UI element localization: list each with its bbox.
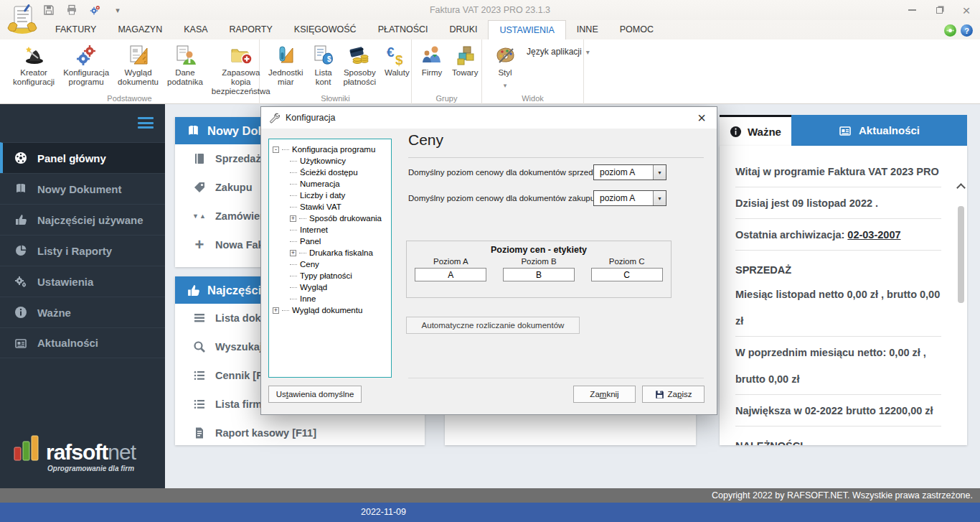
- close-dialog-button[interactable]: Zamknij: [573, 386, 636, 403]
- tree-item-internet[interactable]: Internet: [270, 224, 390, 236]
- tab-druki[interactable]: DRUKI: [439, 20, 489, 39]
- save-icon: [655, 390, 664, 399]
- tab-aktualnosci[interactable]: Aktualności: [791, 115, 967, 146]
- ribbon-lista-kont[interactable]: $ Lista kont: [308, 42, 339, 88]
- tab-magazyn[interactable]: MAGAZYN: [107, 20, 173, 39]
- tab-kasa[interactable]: KASA: [173, 20, 218, 39]
- ribbon-towary[interactable]: Towary: [448, 42, 482, 79]
- tab-faktury[interactable]: FAKTURY: [44, 20, 107, 39]
- tree-item-wyglad-dokumentu[interactable]: +Wygląd dokumentu: [270, 304, 390, 316]
- sidebar-item-wazne[interactable]: Ważne: [0, 297, 165, 327]
- tree-item-liczby-i-daty[interactable]: Liczby i daty: [270, 190, 390, 201]
- ribbon-firmy[interactable]: Firmy: [416, 42, 448, 79]
- hamburger-menu-icon[interactable]: [138, 117, 154, 131]
- online-status-icon[interactable]: [944, 24, 956, 37]
- window-title: Faktura VAT 2023 PRO 23.1.3: [0, 0, 980, 20]
- list-icon: [193, 369, 206, 382]
- help-icon[interactable]: ?: [961, 24, 973, 37]
- dialog-close-icon[interactable]: [694, 110, 710, 126]
- price-levels-groupbox: Poziomy cen - etykiety Poziom A Poziom B…: [406, 241, 672, 298]
- status-bar: 2022-11-09: [0, 503, 980, 522]
- sidebar-item-aktualnosci[interactable]: Aktualności: [0, 327, 165, 358]
- book-icon: [14, 182, 27, 195]
- tree-item-inne[interactable]: Inne: [270, 293, 390, 304]
- sort-arrows-icon: [192, 213, 207, 220]
- poziom-c-input[interactable]: [591, 268, 663, 281]
- restore-button[interactable]: [933, 4, 946, 17]
- save-button[interactable]: Zapisz: [642, 386, 705, 403]
- default-settings-button[interactable]: Ustawienia domyślne: [268, 386, 362, 403]
- chevron-down-icon[interactable]: [653, 165, 666, 180]
- sidebar: Panel główny Nowy Dokument Najczęściej u…: [0, 104, 165, 488]
- tree-item-sciezki-dostepu[interactable]: Ścieżki dostępu: [270, 167, 390, 178]
- language-dropdown[interactable]: Język aplikacji: [527, 47, 590, 57]
- tab-platnosci[interactable]: PŁATNOŚCI: [367, 20, 439, 39]
- archive-text: Ostatnia archiwizacja: 02-03-2007: [735, 219, 941, 251]
- purchase-price-level-select[interactable]: poziom A: [593, 190, 666, 206]
- card-item-raport-kasowy[interactable]: Raport kasowy [F11]: [175, 419, 425, 447]
- list-icon: [193, 398, 206, 411]
- ribbon-group-label: Słowniki: [260, 94, 411, 103]
- tree-item-drukarka-fiskalna[interactable]: +Drukarka fiskalna: [270, 247, 390, 258]
- tree-item-uzytkownicy[interactable]: Użytkownicy: [270, 155, 390, 167]
- tree-item-typy-platnosci[interactable]: Typy płatności: [270, 270, 390, 281]
- sidebar-item-najczesciej-uzywane[interactable]: Najczęściej używane: [0, 204, 165, 235]
- tree-item-ceny[interactable]: Ceny: [270, 258, 390, 270]
- plus-icon: [192, 240, 207, 250]
- tab-wazne[interactable]: Ważne: [720, 115, 791, 146]
- ribbon-group-label: Grupy: [412, 94, 481, 103]
- sales-price-level-select[interactable]: poziom A: [593, 164, 666, 180]
- app-logo-icon: [6, 2, 39, 34]
- sidebar-item-ustawienia[interactable]: Ustawienia: [0, 266, 165, 297]
- poziom-a-label: Poziom A: [433, 257, 468, 266]
- tree-item-wyglad[interactable]: Wygląd: [270, 281, 390, 293]
- poziom-a-input[interactable]: [415, 268, 486, 281]
- sales-heading: SPRZEDAŻ: [735, 251, 941, 279]
- save-icon[interactable]: [42, 3, 56, 17]
- chevron-down-icon[interactable]: [653, 191, 666, 205]
- poziom-b-label: Poziom B: [521, 257, 556, 266]
- auto-settlement-button[interactable]: Automatyczne rozliczanie dokumentów: [406, 317, 580, 334]
- today-text: Dzisiaj jest 09 listopad 2022 .: [735, 187, 941, 219]
- scrollbar[interactable]: [956, 179, 966, 443]
- minimize-button[interactable]: [905, 4, 918, 17]
- rafsoft-logo: rafsoftnet Oprogramowanie dla firm: [0, 433, 165, 472]
- quick-access-toolbar: [42, 3, 125, 17]
- ribbon-sposoby-platnosci[interactable]: Sposoby płatności: [339, 42, 380, 88]
- ribbon-group-label: Widok: [482, 94, 583, 103]
- settings-icon[interactable]: [88, 3, 102, 17]
- book-icon: [193, 152, 206, 165]
- toolbar-options-icon[interactable]: [110, 3, 125, 17]
- tab-ksiegowosc[interactable]: KSIĘGOWOŚĆ: [283, 20, 367, 39]
- dashboard-icon: [14, 152, 27, 164]
- ribbon-jednostki-miar[interactable]: Jednostki miar: [264, 42, 308, 88]
- tab-inne[interactable]: INNE: [566, 20, 609, 39]
- sidebar-item-nowy-dokument[interactable]: Nowy Dokument: [0, 173, 165, 204]
- tree-item-panel[interactable]: Panel: [270, 236, 390, 247]
- ribbon-wyglad-dokumentu[interactable]: Wygląd dokumentu: [113, 42, 163, 88]
- tab-ustawienia[interactable]: USTAWIENIA: [488, 20, 565, 39]
- scroll-up-icon[interactable]: [956, 183, 966, 192]
- archive-date-link[interactable]: 02-03-2007: [847, 229, 900, 241]
- ribbon-styl[interactable]: Styl: [489, 42, 521, 92]
- sidebar-item-panel-glowny[interactable]: Panel główny: [0, 142, 165, 173]
- styl-dropdown-icon[interactable]: [504, 78, 507, 90]
- close-button[interactable]: [960, 4, 973, 17]
- svg-text:€: €: [387, 45, 395, 60]
- print-icon[interactable]: [65, 3, 79, 17]
- ribbon-dane-podatnika[interactable]: Dane podatnika: [163, 42, 207, 88]
- ribbon-waluty[interactable]: €$ Waluty: [380, 42, 414, 79]
- tree-item-konfiguracja-programu[interactable]: -Konfiguracja programu: [270, 144, 390, 155]
- tree-item-numeracja[interactable]: Numeracja: [270, 178, 390, 190]
- sidebar-item-listy-i-raporty[interactable]: Listy i Raporty: [0, 235, 165, 266]
- tab-raporty[interactable]: RAPORTY: [219, 20, 283, 39]
- scrollbar-thumb[interactable]: [958, 206, 964, 303]
- poziom-b-input[interactable]: [503, 268, 575, 281]
- ribbon-konfiguracja-programu[interactable]: Konfiguracja programu: [59, 42, 113, 88]
- tab-pomoc[interactable]: POMOC: [609, 20, 664, 39]
- ribbon: Kreator konfiguracji Konfiguracja progra…: [0, 39, 980, 104]
- tree-item-sposob-drukowania[interactable]: +Sposób drukowania: [270, 213, 390, 224]
- ribbon-kreator-konfiguracji[interactable]: Kreator konfiguracji: [9, 42, 59, 88]
- sales-prev-text: W poprzednim miesiącu netto: 0,00 zł , b…: [735, 337, 941, 395]
- tree-item-stawki-vat[interactable]: Stawki VAT: [270, 201, 390, 213]
